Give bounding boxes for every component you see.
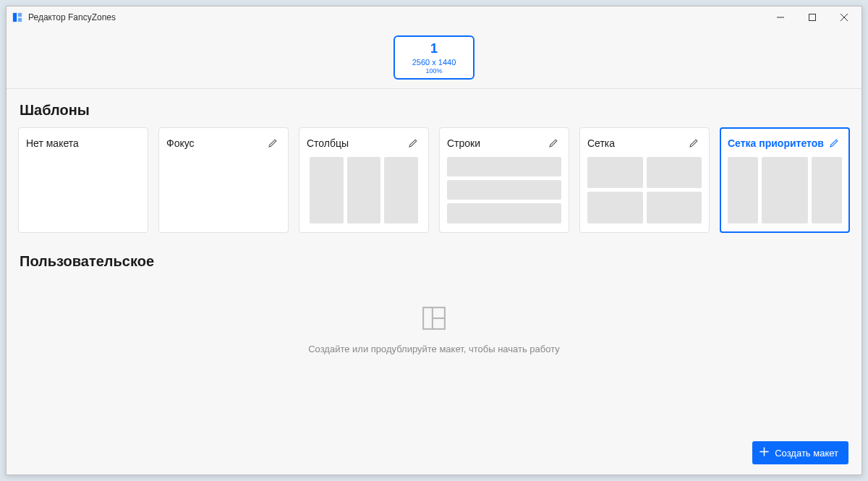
templates-row: Нет макета Фокус Стол xyxy=(18,127,850,233)
layout-placeholder-icon xyxy=(422,306,446,331)
template-preview xyxy=(728,157,842,224)
template-preview xyxy=(447,157,561,224)
monitor-resolution: 2560 x 1440 xyxy=(399,58,469,67)
monitor-scale: 100% xyxy=(399,67,469,75)
monitor-bar: 1 2560 x 1440 100% xyxy=(7,28,861,89)
minimize-button[interactable] xyxy=(765,7,796,28)
create-layout-button[interactable]: Создать макет xyxy=(752,441,848,464)
custom-heading: Пользовательское xyxy=(20,253,850,270)
template-card-focus[interactable]: Фокус xyxy=(158,127,289,233)
edit-template-button[interactable] xyxy=(265,135,281,151)
create-layout-label: Создать макет xyxy=(775,448,838,459)
template-preview xyxy=(307,157,421,224)
template-preview xyxy=(587,157,702,224)
template-card-columns[interactable]: Столбцы xyxy=(299,127,429,233)
svg-rect-1 xyxy=(18,13,22,17)
custom-empty-state: Создайте или продублируйте макет, чтобы … xyxy=(18,278,850,369)
app-icon xyxy=(12,12,22,22)
svg-rect-2 xyxy=(18,18,22,22)
maximize-button[interactable] xyxy=(796,7,828,28)
content-area: Шаблоны Нет макета Фокус xyxy=(7,89,861,474)
plus-icon xyxy=(760,447,769,459)
template-name: Сетка приоритетов xyxy=(728,137,824,149)
app-window: Редактор FancyZones 1 2560 x 1440 100% Ш… xyxy=(6,6,862,475)
template-card-priority-grid[interactable]: Сетка приоритетов xyxy=(720,127,850,233)
titlebar: Редактор FancyZones xyxy=(7,7,861,28)
edit-template-button[interactable] xyxy=(826,135,842,151)
svg-rect-0 xyxy=(13,13,17,22)
template-preview xyxy=(26,157,140,224)
template-card-rows[interactable]: Строки xyxy=(439,127,569,233)
template-card-grid[interactable]: Сетка xyxy=(579,127,710,233)
template-name: Сетка xyxy=(587,137,615,149)
template-name: Фокус xyxy=(166,137,195,149)
monitor-number: 1 xyxy=(399,41,469,56)
template-card-no-layout[interactable]: Нет макета xyxy=(18,127,148,233)
template-name: Столбцы xyxy=(307,137,349,149)
edit-template-button[interactable] xyxy=(545,135,561,151)
edit-template-button[interactable] xyxy=(405,135,421,151)
template-preview xyxy=(166,157,281,224)
monitor-chip-1[interactable]: 1 2560 x 1440 100% xyxy=(393,35,475,80)
custom-empty-message: Создайте или продублируйте макет, чтобы … xyxy=(18,344,850,354)
template-name: Строки xyxy=(447,137,480,149)
edit-template-button[interactable] xyxy=(686,135,702,151)
close-button[interactable] xyxy=(828,7,860,28)
svg-rect-3 xyxy=(809,14,816,21)
template-name: Нет макета xyxy=(26,137,79,149)
window-title: Редактор FancyZones xyxy=(28,12,116,22)
templates-heading: Шаблоны xyxy=(20,102,850,119)
